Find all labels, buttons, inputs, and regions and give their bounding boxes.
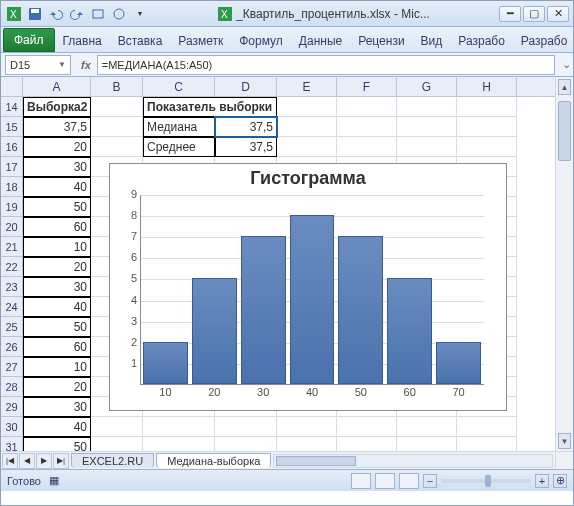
zoom-slider-thumb[interactable] xyxy=(485,475,491,487)
row-header[interactable]: 25 xyxy=(1,317,22,337)
zoom-in-button[interactable]: + xyxy=(535,474,549,488)
cell[interactable] xyxy=(457,137,517,157)
sheet-nav-button[interactable]: ▶ xyxy=(36,453,52,469)
cell[interactable]: 50 xyxy=(23,197,91,217)
row-header[interactable]: 20 xyxy=(1,217,22,237)
cell[interactable] xyxy=(91,97,143,117)
macro-record-icon[interactable]: ▦ xyxy=(49,474,59,487)
row-header[interactable]: 15 xyxy=(1,117,22,137)
undo-icon[interactable] xyxy=(47,5,65,23)
column-header[interactable]: G xyxy=(397,77,457,96)
formula-expand-icon[interactable]: ⌄ xyxy=(559,58,573,71)
cell[interactable]: 20 xyxy=(23,257,91,277)
cell[interactable]: 37,5 xyxy=(215,137,277,157)
ribbon-tab[interactable]: Данные xyxy=(291,30,350,52)
sheet-tab[interactable]: Медиана-выборка xyxy=(156,453,271,468)
cell[interactable] xyxy=(337,117,397,137)
cell[interactable]: 40 xyxy=(23,417,91,437)
page-break-view-button[interactable] xyxy=(399,473,419,489)
select-all-corner[interactable] xyxy=(1,77,23,97)
chart-bar[interactable] xyxy=(436,342,481,384)
row-header[interactable]: 30 xyxy=(1,417,22,437)
cell[interactable] xyxy=(143,417,215,437)
redo-icon[interactable] xyxy=(68,5,86,23)
chart-bar[interactable] xyxy=(290,215,335,384)
chart-bar[interactable] xyxy=(192,278,237,384)
scroll-up-icon[interactable]: ▲ xyxy=(558,79,571,95)
chart-bar[interactable] xyxy=(143,342,188,384)
zoom-out-button[interactable]: − xyxy=(423,474,437,488)
cell[interactable]: 40 xyxy=(23,297,91,317)
cell[interactable] xyxy=(277,137,337,157)
column-header[interactable]: A xyxy=(23,77,91,96)
ribbon-tab[interactable]: Рецензи xyxy=(350,30,412,52)
row-header[interactable]: 18 xyxy=(1,177,22,197)
row-header[interactable]: 28 xyxy=(1,377,22,397)
cell-merged[interactable]: Показатель выборки xyxy=(143,97,277,117)
row-header[interactable]: 23 xyxy=(1,277,22,297)
ribbon-tab[interactable]: Вставка xyxy=(110,30,171,52)
cell[interactable] xyxy=(277,117,337,137)
row-header[interactable]: 16 xyxy=(1,137,22,157)
cell[interactable] xyxy=(397,137,457,157)
cell[interactable]: 30 xyxy=(23,277,91,297)
sheet-nav-button[interactable]: ◀ xyxy=(19,453,35,469)
column-header[interactable]: C xyxy=(143,77,215,96)
cell[interactable] xyxy=(91,417,143,437)
row-header[interactable]: 17 xyxy=(1,157,22,177)
chart-bar[interactable] xyxy=(338,236,383,384)
qat-icon[interactable] xyxy=(89,5,107,23)
ribbon-tab[interactable]: Разрабо xyxy=(450,30,513,52)
cell[interactable] xyxy=(457,97,517,117)
sheet-nav-button[interactable]: ▶| xyxy=(53,453,69,469)
row-header[interactable]: 27 xyxy=(1,357,22,377)
cell[interactable] xyxy=(91,137,143,157)
zoom-full-button[interactable]: ⊕ xyxy=(553,474,567,488)
cell[interactable]: 20 xyxy=(23,377,91,397)
cell[interactable] xyxy=(91,117,143,137)
row-header[interactable]: 22 xyxy=(1,257,22,277)
cell[interactable] xyxy=(397,417,457,437)
cell[interactable] xyxy=(397,117,457,137)
save-icon[interactable] xyxy=(26,5,44,23)
cell[interactable]: 30 xyxy=(23,397,91,417)
cell[interactable] xyxy=(337,137,397,157)
name-box-dropdown-icon[interactable]: ▼ xyxy=(58,60,66,69)
sheet-nav-button[interactable]: |◀ xyxy=(2,453,18,469)
page-layout-view-button[interactable] xyxy=(375,473,395,489)
fx-icon[interactable]: fx xyxy=(75,59,97,71)
scroll-down-icon[interactable]: ▼ xyxy=(558,433,571,449)
ribbon-tab[interactable]: Разметк xyxy=(170,30,231,52)
chart-bar[interactable] xyxy=(387,278,432,384)
qat-dropdown-icon[interactable]: ▾ xyxy=(131,5,149,23)
row-header[interactable]: 29 xyxy=(1,397,22,417)
column-header[interactable]: F xyxy=(337,77,397,96)
cell[interactable] xyxy=(457,117,517,137)
maximize-button[interactable]: ▢ xyxy=(523,6,545,22)
close-button[interactable]: ✕ xyxy=(547,6,569,22)
row-header[interactable]: 26 xyxy=(1,337,22,357)
ribbon-tab[interactable]: Разрабо xyxy=(513,30,574,52)
row-header[interactable]: 19 xyxy=(1,197,22,217)
cell[interactable]: Среднее xyxy=(143,137,215,157)
chart[interactable]: Гистограмма12345678910203040506070 xyxy=(109,163,507,411)
column-header[interactable]: H xyxy=(457,77,517,96)
ribbon-tab[interactable]: Главна xyxy=(55,30,110,52)
cell[interactable] xyxy=(397,97,457,117)
hscroll-thumb[interactable] xyxy=(276,456,356,466)
cell[interactable] xyxy=(277,417,337,437)
cell[interactable]: 40 xyxy=(23,177,91,197)
column-header[interactable]: B xyxy=(91,77,143,96)
vertical-scrollbar[interactable]: ▲ ▼ xyxy=(555,77,573,451)
cell[interactable]: 60 xyxy=(23,337,91,357)
vscroll-thumb[interactable] xyxy=(558,101,571,161)
horizontal-scrollbar[interactable] xyxy=(273,454,553,468)
cell[interactable] xyxy=(337,97,397,117)
ribbon-tab[interactable]: Вид xyxy=(413,30,451,52)
cell[interactable] xyxy=(215,417,277,437)
cell[interactable]: 10 xyxy=(23,237,91,257)
column-header[interactable]: E xyxy=(277,77,337,96)
sheet-tab[interactable]: EXCEL2.RU xyxy=(71,453,154,468)
cell[interactable]: Медиана xyxy=(143,117,215,137)
formula-input[interactable]: =МЕДИАНА(A15:A50) xyxy=(97,55,555,75)
